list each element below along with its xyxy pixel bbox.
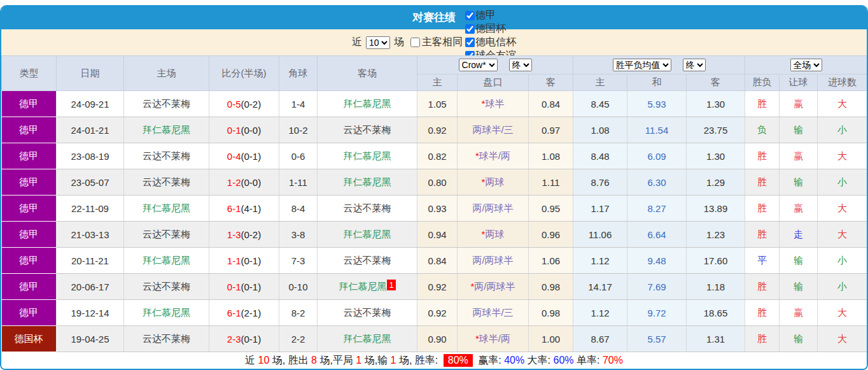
recent-count-select[interactable]: 10 [366,36,390,49]
handicap-text: 两球 [485,229,504,239]
home-team-cell: 云达不莱梅 [124,274,209,300]
fulltime-score: 1-2 [227,177,241,188]
avg-away-cell: 1.30 [687,143,745,169]
date-cell: 22-11-09 [57,196,124,222]
handicap-cell: 两/两球半 [458,248,529,274]
crow-away-odds-cell: 1.11 [529,169,573,196]
bookmaker-time-select[interactable]: 终 [509,59,532,71]
fulltime-score: 1-3 [227,229,241,240]
home-team-cell: 云达不莱梅 [124,326,209,352]
crow-away-odds-cell: 1.08 [529,143,573,169]
avg-away-cell: 1.31 [687,326,745,352]
panel-title: 对赛往绩 [1,5,867,29]
col-header-odds-away: 客 [529,75,573,91]
handicap-result-cell: 输 [780,274,818,300]
avg-draw-cell: 7.69 [627,274,687,300]
avg-home-cell: 8.48 [573,143,627,169]
home-team-cell: 拜仁慕尼黑 [124,117,209,143]
halftime-score: (0-1) [241,151,262,162]
bookmaker-select[interactable]: Crow* [459,59,498,71]
result-cell: 胜 [745,196,780,222]
score-cell: 0-4(0-1) [209,143,279,169]
col-header-avg-home: 主 [573,75,627,91]
handicap-cell: *两球 [458,169,529,196]
league-checkbox-0[interactable] [465,11,475,20]
avg-home-cell: 1.12 [573,248,627,274]
avg-away-cell: 18.65 [687,300,745,326]
handicap-cell: *球半/两 [458,143,529,169]
summary-segment: 10 [258,355,270,366]
away-team-cell: 拜仁慕尼黑 [318,169,417,196]
avg-away-cell: 23.75 [687,117,745,143]
avg-away-cell: 1.18 [687,274,745,300]
type-cell: 德甲 [2,169,57,196]
halftime-score: (0-2) [241,229,262,240]
period-select[interactable]: 全场 [790,59,822,71]
summary-segment: 赢率: [475,354,504,367]
league-label: 德国杯 [475,22,506,36]
avg-draw-cell: 9.72 [627,300,687,326]
result-cell: 胜 [745,143,780,169]
corner-cell: 0-6 [279,143,318,169]
type-cell: 德甲 [2,274,57,300]
result-cell: 胜 [745,274,780,300]
handicap-text: 球半/两 [479,150,510,161]
goals-cell: 小 [818,169,867,196]
handicap-result-cell: 赢 [780,196,818,222]
period-select-group: 全场 [745,56,867,75]
handicap-text: 两球 [485,176,504,187]
corner-cell: 1-4 [279,91,318,117]
col-header-corner: 角球 [279,56,318,91]
handicap-cell: 两球半/三 [458,300,529,326]
score-cell: 1-2(0-0) [209,169,279,196]
goals-cell: 大 [818,196,867,222]
summary-segment: 近 [245,354,258,367]
avg-home-cell: 1.17 [573,196,627,222]
home-team-cell: 云达不莱梅 [124,222,209,248]
crow-home-odds-cell: 0.94 [417,222,458,248]
crow-away-odds-cell: 0.98 [529,300,573,326]
summary-segment: 60% [554,355,574,366]
avg-home-cell: 1.08 [573,117,627,143]
type-cell: 德甲 [2,248,57,274]
score-cell: 2-3(0-1) [209,326,279,352]
avg-away-cell: 1.30 [687,91,745,117]
same-venue-checkbox[interactable] [410,38,420,47]
score-cell: 1-1(0-1) [209,248,279,274]
average-select-group: 胜平负均值 终 [573,56,745,75]
league-filter-0: 德甲 [463,9,516,22]
avg-draw-cell: 6.09 [627,143,687,169]
league-checkbox-2[interactable] [465,38,475,47]
summary-segment: 70% [603,355,623,366]
handicap-text: 两/两球半 [472,255,513,266]
avg-home-cell: 8.45 [573,91,627,117]
match-row: 德甲23-05-07云达不莱梅1-2(0-0)1-11拜仁慕尼黑0.80*两球1… [2,169,867,196]
match-row: 德甲22-11-09拜仁慕尼黑6-1(4-1)8-4云达不莱梅0.93两/两球半… [2,196,867,222]
average-select[interactable]: 胜平负均值 [613,59,671,71]
crow-away-odds-cell: 1.06 [529,248,573,274]
corner-cell: 10-2 [279,117,318,143]
fulltime-score: 0-1 [227,125,241,136]
average-time-select[interactable]: 终 [683,59,706,71]
date-cell: 24-01-21 [57,117,124,143]
league-checkbox-1[interactable] [465,24,475,34]
handicap-result-cell: 赢 [780,300,818,326]
handicap-result-cell: 赢 [780,143,818,169]
handicap-text: 球半/两 [479,333,510,344]
type-cell: 德甲 [2,117,57,143]
crow-home-odds-cell: 0.82 [417,143,458,169]
crow-away-odds-cell: 1.00 [529,326,573,352]
avg-draw-cell: 6.30 [627,169,687,196]
result-cell: 负 [745,117,780,143]
summary-segment: 场,平局 [317,354,356,367]
handicap-result-cell: 输 [780,326,818,352]
crow-home-odds-cell: 0.92 [417,117,458,143]
result-cell: 胜 [745,169,780,196]
away-team-cell: 拜仁慕尼黑 [318,222,417,248]
date-cell: 19-04-25 [57,326,124,352]
score-cell: 1-3(0-2) [209,222,279,248]
halftime-score: (0-1) [241,255,262,266]
league-filter-1: 德国杯 [463,22,516,36]
score-cell: 0-1(0-0) [209,117,279,143]
crow-away-odds-cell: 0.97 [529,117,573,143]
